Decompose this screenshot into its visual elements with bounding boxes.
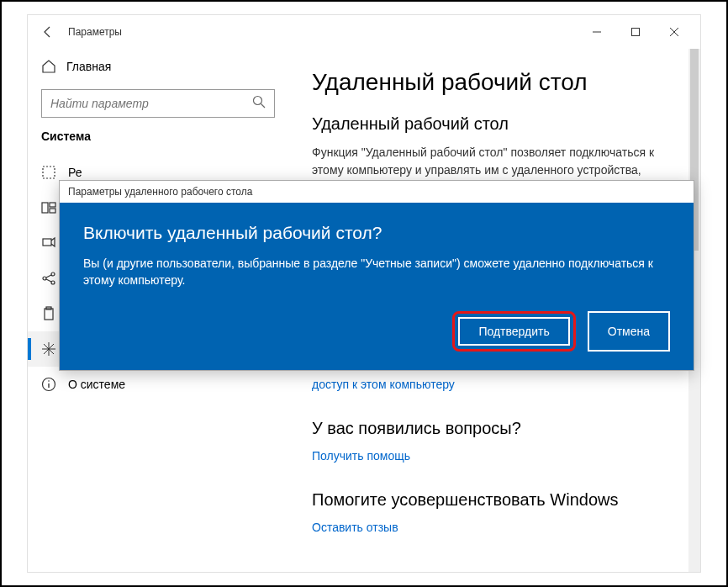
- svg-point-11: [43, 277, 46, 280]
- svg-point-4: [254, 97, 262, 105]
- feedback-link[interactable]: Оставить отзыв: [312, 521, 398, 534]
- multitask-icon: [41, 200, 56, 215]
- titlebar: Параметры: [28, 15, 700, 49]
- search-field[interactable]: [50, 97, 252, 110]
- svg-rect-10: [43, 239, 51, 246]
- sidebar-item-about[interactable]: О системе: [28, 367, 288, 402]
- section-label: Система: [41, 130, 275, 143]
- svg-line-14: [46, 275, 51, 278]
- description-text: Функция "Удаленный рабочий стол" позволя…: [312, 144, 677, 179]
- info-icon: [41, 377, 56, 392]
- svg-line-15: [46, 279, 51, 282]
- close-button[interactable]: [655, 19, 694, 45]
- dialog-title: Включить удаленный рабочий стол?: [83, 223, 670, 243]
- cancel-button[interactable]: Отмена: [588, 311, 670, 352]
- svg-rect-9: [50, 209, 55, 213]
- home-label: Главная: [66, 60, 111, 73]
- access-link[interactable]: доступ к этом компьютеру: [312, 378, 455, 391]
- svg-rect-1: [632, 29, 640, 36]
- section-heading: Удаленный рабочий стол: [312, 114, 677, 134]
- search-icon: [252, 95, 266, 112]
- svg-point-20: [48, 380, 50, 382]
- maximize-button[interactable]: [616, 19, 655, 45]
- home-icon: [41, 59, 56, 74]
- confirmation-dialog: Параметры удаленного рабочего стола Вклю…: [59, 180, 694, 371]
- dialog-message: Вы (и другие пользователи, выбранные в р…: [83, 255, 670, 289]
- project-icon: [41, 235, 56, 251]
- svg-point-13: [51, 281, 55, 284]
- home-link[interactable]: Главная: [41, 49, 275, 84]
- back-button[interactable]: [34, 19, 61, 45]
- search-input[interactable]: [41, 89, 275, 118]
- svg-rect-6: [43, 167, 55, 178]
- help-link[interactable]: Получить помощь: [312, 449, 410, 463]
- highlight-annotation: Подтвердить: [452, 311, 575, 352]
- svg-line-5: [261, 104, 266, 108]
- confirm-button[interactable]: Подтвердить: [458, 317, 569, 346]
- page-title: Удаленный рабочий стол: [312, 69, 677, 96]
- svg-rect-16: [45, 309, 53, 320]
- section-heading: У вас появились вопросы?: [312, 419, 677, 438]
- section-heading: Помогите усовершенствовать Windows: [312, 490, 677, 510]
- remote-desktop-icon: [41, 341, 56, 357]
- clipboard-icon: [41, 306, 56, 321]
- svg-rect-8: [50, 203, 55, 207]
- svg-point-12: [51, 272, 55, 276]
- shared-icon: [41, 271, 56, 286]
- minimize-button[interactable]: [578, 19, 616, 45]
- svg-rect-7: [42, 203, 48, 213]
- dialog-titlebar: Параметры удаленного рабочего стола: [60, 181, 694, 203]
- sidebar-item-label: О системе: [68, 378, 125, 391]
- sidebar-item-label: Ре: [68, 166, 82, 179]
- window-title: Параметры: [68, 26, 122, 38]
- outline-icon: [41, 165, 56, 180]
